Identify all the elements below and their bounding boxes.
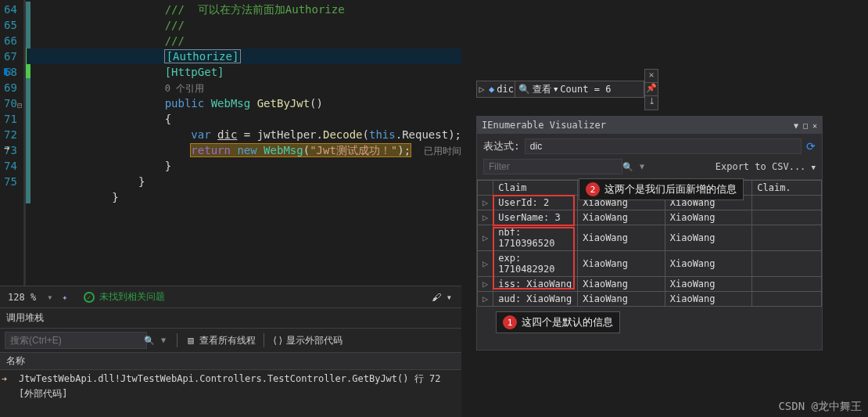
maximize-icon[interactable]: □	[803, 121, 808, 130]
expand-icon[interactable]: ▷	[477, 84, 486, 95]
grid-cell: ▷	[478, 277, 493, 292]
grid-cell: XiaoWang	[665, 225, 752, 251]
table-row[interactable]: ▷iss: XiaoWangXiaoWangXiaoWang	[478, 277, 822, 292]
annotation-1: 1 这四个是默认的信息	[496, 311, 620, 333]
grid-cell	[752, 292, 822, 307]
chevron-down-icon: ▼	[640, 162, 644, 171]
glyph-margin: ◧ ➔	[0, 0, 4, 286]
code-content[interactable]: /// 可以在方法前面加Authorize /// /// [Authorize…	[27, 0, 461, 286]
brush-icon[interactable]: 🖌 ▾	[422, 292, 461, 303]
refresh-icon[interactable]: ⟳	[806, 140, 816, 153]
grid-cell: ▷	[478, 251, 493, 277]
bookmark-icon[interactable]: ◧	[4, 64, 21, 78]
datatip-value: Count = 6	[560, 84, 611, 95]
grid-header[interactable]: Claim	[493, 181, 578, 196]
grid-cell: UserId: 2	[493, 196, 578, 210]
zoom-level[interactable]: 128 %	[0, 292, 44, 303]
editor-status-bar: 128 % ▾ ✦ ✓ 未找到相关问题 🖌 ▾	[0, 286, 461, 307]
table-row[interactable]: ▷exp: 1710482920XiaoWangXiaoWang	[478, 251, 822, 277]
callstack-title: 调用堆栈	[0, 308, 461, 329]
visualizer-title-text: IEnumerable Visualizer	[482, 120, 606, 131]
grid-cell: nbf: 1710396520	[493, 225, 578, 251]
grid-cell: XiaoWang	[665, 210, 752, 225]
grid-cell: XiaoWang	[665, 292, 752, 307]
export-csv-button[interactable]: Export to CSV... ▼	[716, 161, 816, 172]
grid-header[interactable]	[478, 181, 493, 196]
grid-header[interactable]: Claim.	[752, 181, 822, 196]
callstack-panel: 调用堆栈 🔍 ▼ ▤ 查看所有线程 ⟨⟩ 显示外部代码 名称 ➔JtwTestW…	[0, 307, 461, 417]
search-icon[interactable]: 🔍	[516, 84, 533, 95]
filter-input[interactable]	[483, 159, 622, 174]
grid-cell	[752, 196, 822, 210]
grid-cell: XiaoWang	[578, 277, 665, 292]
chevron-down-icon[interactable]: ▾	[44, 292, 56, 303]
grid-cell: XiaoWang	[665, 251, 752, 277]
search-icon: 🔍	[622, 162, 633, 172]
grid-cell	[752, 277, 822, 292]
variable-icon: ◆	[486, 84, 497, 95]
grid-cell	[752, 210, 822, 225]
datatip-pin-controls[interactable]: ✕ 📌 ⤓	[644, 69, 658, 110]
exec-pointer-icon[interactable]: ➔	[4, 142, 21, 156]
callstack-row[interactable]: [外部代码]	[0, 386, 461, 401]
visualizer-titlebar[interactable]: IEnumerable Visualizer ▼ □ ✕	[477, 117, 822, 134]
grid-cell: XiaoWang	[578, 210, 665, 225]
watermark-text: CSDN @龙中舞王	[778, 400, 862, 414]
view-all-threads-button[interactable]: ▤ 查看所有线程	[185, 334, 256, 347]
annotation-2-text: 这两个是我们后面新增的信息	[604, 182, 737, 196]
pin-icon[interactable]: 📌	[645, 83, 658, 96]
grid-cell: XiaoWang	[578, 251, 665, 277]
table-row[interactable]: ▷nbf: 1710396520XiaoWangXiaoWang	[478, 225, 822, 251]
expression-label: 表达式:	[483, 139, 520, 153]
code-icon: ⟨⟩	[272, 335, 283, 346]
callstack-name-header: 名称	[0, 352, 461, 370]
expression-input[interactable]	[525, 138, 802, 154]
chevron-down-icon[interactable]: ▼	[551, 85, 560, 93]
datatip-var: dic	[497, 84, 514, 95]
annotation-2: 2 这两个是我们后面新增的信息	[579, 178, 744, 200]
grid-cell: XiaoWang	[578, 225, 665, 251]
show-external-code-button[interactable]: ⟨⟩ 显示外部代码	[272, 334, 343, 347]
table-row[interactable]: ▷aud: XiaoWangXiaoWangXiaoWang	[478, 292, 822, 307]
callstack-row[interactable]: ➔JtwTestWebApi.dll!JtwTestWebApi.Control…	[0, 372, 461, 386]
grid-cell: iss: XiaoWang	[493, 277, 578, 292]
grid-cell	[752, 251, 822, 277]
grid-cell: ▷	[478, 225, 493, 251]
callstack-search-input[interactable]	[5, 332, 147, 349]
chevron-down-icon[interactable]: ▼	[794, 121, 798, 130]
check-circle-icon: ✓	[84, 292, 95, 303]
grid-cell: ▷	[478, 292, 493, 307]
grid-cell: XiaoWang	[665, 277, 752, 292]
datatip-popup[interactable]: ▷ ◆ dic 🔍 查看 ▼ Count = 6	[476, 81, 644, 98]
annotation-1-text: 这四个是默认的信息	[522, 315, 613, 329]
badge-2: 2	[586, 182, 600, 196]
enumerable-visualizer: IEnumerable Visualizer ▼ □ ✕ 表达式: ⟳ 🔍 ▼ …	[476, 116, 823, 350]
grid-cell: UserName: 3	[493, 210, 578, 225]
grid-cell: ▷	[478, 196, 493, 210]
grid-cell: XiaoWang	[578, 292, 665, 307]
grid-cell: ▷	[478, 210, 493, 225]
grid-cell	[752, 225, 822, 251]
callstack-rows: ➔JtwTestWebApi.dll!JtwTestWebApi.Control…	[0, 370, 461, 403]
no-issues-indicator[interactable]: ✓ 未找到相关问题	[74, 290, 174, 304]
datatip-action[interactable]: 查看	[533, 83, 551, 96]
close-icon[interactable]: ✕	[812, 121, 817, 130]
chevron-down-icon: ▼	[812, 164, 816, 171]
chevron-down-icon: ▼	[161, 336, 166, 344]
expand-down-icon[interactable]: ⤓	[645, 96, 658, 110]
grid-cell: exp: 1710482920	[493, 251, 578, 277]
threads-icon: ▤	[185, 335, 196, 346]
hint-icon[interactable]: ✦	[56, 292, 74, 303]
table-row[interactable]: ▷UserName: 3XiaoWangXiaoWang	[478, 210, 822, 225]
grid-cell: aud: XiaoWang	[493, 292, 578, 307]
code-editor: ◧ ➔ 646566676869707172737475 /// 可以在方法前面…	[0, 0, 461, 286]
badge-1: 1	[503, 315, 517, 329]
close-icon[interactable]: ✕	[645, 70, 658, 83]
